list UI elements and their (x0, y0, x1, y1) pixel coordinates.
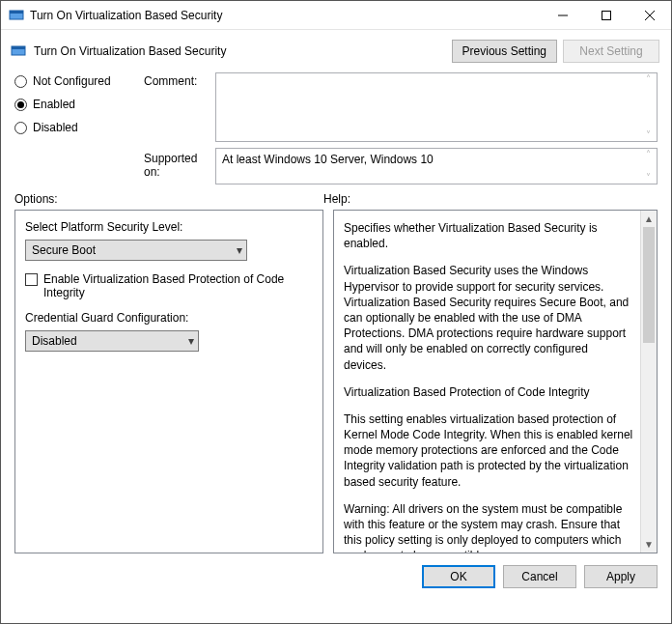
help-panel: Specifies whether Virtualization Based S… (333, 210, 658, 553)
chevron-down-icon: ▾ (188, 334, 194, 348)
not-configured-label: Not Configured (33, 74, 111, 88)
help-scrollbar[interactable]: ▲ ▼ (640, 211, 657, 553)
vbp-code-integrity-label: Enable Virtualization Based Protection o… (43, 272, 313, 299)
svg-rect-3 (602, 11, 610, 19)
radio-icon (14, 122, 27, 134)
supported-on-label: Supported on: (144, 142, 211, 179)
radio-icon (14, 75, 27, 88)
checkbox-icon (25, 273, 38, 286)
previous-setting-button[interactable]: Previous Setting (452, 40, 557, 63)
svg-rect-7 (12, 46, 25, 49)
title-bar: Turn On Virtualization Based Security (1, 1, 671, 30)
platform-security-label: Select Platform Security Level: (25, 220, 313, 234)
scroll-up-icon[interactable]: ▲ (641, 211, 657, 227)
not-configured-radio[interactable]: Not Configured (14, 74, 140, 88)
comment-label: Comment: (144, 72, 211, 88)
vbp-code-integrity-checkbox[interactable]: Enable Virtualization Based Protection o… (25, 272, 313, 299)
policy-icon (11, 43, 26, 59)
credential-guard-select[interactable]: Disabled ▾ (25, 330, 199, 352)
enabled-radio[interactable]: Enabled (14, 98, 140, 111)
scroll-down-icon[interactable]: ▼ (641, 536, 657, 553)
scroll-thumb[interactable] (643, 227, 655, 343)
svg-rect-1 (10, 11, 23, 14)
credential-guard-label: Credential Guard Configuration: (25, 311, 313, 325)
supported-on-value: At least Windows 10 Server, Windows 10 (216, 149, 657, 170)
platform-security-select[interactable]: Secure Boot ▾ (25, 240, 247, 261)
help-text: Virtualization Based Security uses the W… (344, 263, 633, 372)
maximize-button[interactable] (584, 1, 628, 29)
options-panel: Select Platform Security Level: Secure B… (14, 210, 323, 553)
close-button[interactable] (628, 1, 671, 29)
minimize-button[interactable] (541, 1, 584, 29)
disabled-radio[interactable]: Disabled (14, 121, 140, 134)
help-heading: Help: (323, 192, 350, 206)
help-text: Virtualization Based Protection of Code … (344, 384, 633, 400)
help-text: Warning: All drivers on the system must … (344, 501, 633, 553)
help-text: This setting enables virtualization base… (344, 411, 633, 490)
disabled-label: Disabled (33, 121, 78, 134)
radio-icon (14, 99, 27, 111)
options-heading: Options: (14, 192, 323, 206)
cancel-button[interactable]: Cancel (503, 565, 576, 588)
comment-textbox[interactable]: ˄˅ (215, 72, 658, 142)
app-icon (9, 8, 24, 23)
ok-button[interactable]: OK (422, 565, 495, 588)
platform-security-value: Secure Boot (32, 243, 96, 257)
policy-title: Turn On Virtualization Based Security (34, 44, 444, 58)
supported-on-box: At least Windows 10 Server, Windows 10 ˄… (215, 148, 658, 184)
enabled-label: Enabled (33, 98, 75, 111)
credential-guard-value: Disabled (32, 334, 77, 348)
apply-button[interactable]: Apply (584, 565, 658, 588)
help-text: Specifies whether Virtualization Based S… (344, 220, 633, 251)
next-setting-button: Next Setting (563, 40, 659, 63)
chevron-down-icon: ▾ (237, 243, 242, 257)
window-title: Turn On Virtualization Based Security (30, 9, 541, 22)
